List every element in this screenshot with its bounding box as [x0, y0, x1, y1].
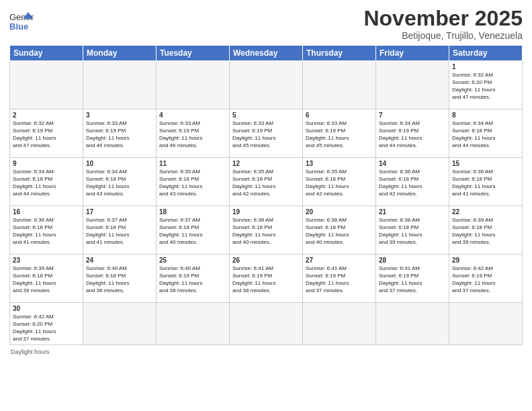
calendar-cell: 12Sunrise: 6:35 AM Sunset: 6:18 PM Dayli…	[230, 158, 303, 206]
day-info: Sunrise: 6:39 AM Sunset: 6:18 PM Dayligh…	[452, 217, 519, 246]
calendar-cell: 24Sunrise: 6:40 AM Sunset: 6:18 PM Dayli…	[83, 255, 157, 303]
calendar-week-row: 30Sunrise: 6:42 AM Sunset: 6:20 PM Dayli…	[10, 303, 523, 345]
svg-text:Blue: Blue	[9, 21, 28, 32]
logo: General Blue	[9, 9, 34, 34]
calendar-cell: 22Sunrise: 6:39 AM Sunset: 6:18 PM Dayli…	[449, 206, 523, 255]
calendar-cell	[10, 61, 83, 109]
calendar-cell: 30Sunrise: 6:42 AM Sunset: 6:20 PM Dayli…	[10, 303, 83, 345]
calendar-cell	[230, 61, 303, 109]
day-info: Sunrise: 6:35 AM Sunset: 6:18 PM Dayligh…	[232, 169, 300, 197]
day-info: Sunrise: 6:42 AM Sunset: 6:19 PM Dayligh…	[452, 265, 519, 294]
weekday-header-thursday: Thursday	[303, 46, 376, 61]
calendar-week-row: 9Sunrise: 6:34 AM Sunset: 6:18 PM Daylig…	[10, 158, 523, 206]
title-block: November 2025 Betijoque, Trujillo, Venez…	[363, 7, 523, 41]
calendar-cell: 17Sunrise: 6:37 AM Sunset: 6:18 PM Dayli…	[83, 206, 157, 255]
day-number: 23	[13, 257, 80, 264]
day-number: 9	[13, 160, 80, 167]
calendar-cell	[157, 61, 230, 109]
day-info: Sunrise: 6:36 AM Sunset: 6:18 PM Dayligh…	[379, 169, 446, 197]
calendar-cell: 8Sunrise: 6:34 AM Sunset: 6:18 PM Daylig…	[449, 109, 523, 158]
logo-icon: General Blue	[9, 9, 34, 34]
day-info: Sunrise: 6:34 AM Sunset: 6:18 PM Dayligh…	[452, 120, 519, 149]
calendar-cell	[83, 303, 157, 345]
day-info: Sunrise: 6:38 AM Sunset: 6:18 PM Dayligh…	[232, 217, 300, 246]
page-container: General Blue November 2025 Betijoque, Tr…	[0, 0, 532, 359]
weekday-header-wednesday: Wednesday	[230, 46, 303, 61]
day-info: Sunrise: 6:41 AM Sunset: 6:19 PM Dayligh…	[232, 265, 300, 294]
daylight-label: Daylight hours	[11, 349, 50, 355]
day-info: Sunrise: 6:42 AM Sunset: 6:20 PM Dayligh…	[13, 314, 80, 342]
calendar-cell: 15Sunrise: 6:36 AM Sunset: 6:18 PM Dayli…	[449, 158, 523, 206]
day-number: 2	[13, 111, 80, 119]
calendar-cell: 16Sunrise: 6:36 AM Sunset: 6:18 PM Dayli…	[10, 206, 83, 255]
weekday-header-tuesday: Tuesday	[157, 46, 230, 61]
day-info: Sunrise: 6:35 AM Sunset: 6:18 PM Dayligh…	[159, 169, 226, 197]
day-info: Sunrise: 6:39 AM Sunset: 6:18 PM Dayligh…	[13, 265, 80, 294]
day-number: 21	[379, 208, 446, 216]
calendar-cell: 2Sunrise: 6:32 AM Sunset: 6:19 PM Daylig…	[10, 109, 83, 158]
day-info: Sunrise: 6:33 AM Sunset: 6:19 PM Dayligh…	[159, 120, 226, 149]
calendar-cell: 21Sunrise: 6:38 AM Sunset: 6:18 PM Dayli…	[376, 206, 449, 255]
day-number: 18	[159, 208, 226, 216]
day-info: Sunrise: 6:36 AM Sunset: 6:18 PM Dayligh…	[452, 169, 519, 197]
calendar-cell: 18Sunrise: 6:37 AM Sunset: 6:18 PM Dayli…	[157, 206, 230, 255]
day-info: Sunrise: 6:34 AM Sunset: 6:19 PM Dayligh…	[379, 120, 446, 149]
day-number: 26	[232, 257, 300, 264]
day-number: 7	[379, 111, 446, 119]
calendar-cell: 3Sunrise: 6:33 AM Sunset: 6:19 PM Daylig…	[83, 109, 157, 158]
calendar-cell: 1Sunrise: 6:32 AM Sunset: 6:20 PM Daylig…	[449, 61, 523, 109]
calendar-cell: 23Sunrise: 6:39 AM Sunset: 6:18 PM Dayli…	[10, 255, 83, 303]
day-info: Sunrise: 6:41 AM Sunset: 6:19 PM Dayligh…	[379, 265, 446, 294]
calendar-week-row: 23Sunrise: 6:39 AM Sunset: 6:18 PM Dayli…	[10, 255, 523, 303]
day-info: Sunrise: 6:34 AM Sunset: 6:18 PM Dayligh…	[13, 169, 80, 197]
day-info: Sunrise: 6:33 AM Sunset: 6:19 PM Dayligh…	[86, 120, 153, 149]
calendar-cell: 7Sunrise: 6:34 AM Sunset: 6:19 PM Daylig…	[376, 109, 449, 158]
calendar-week-row: 16Sunrise: 6:36 AM Sunset: 6:18 PM Dayli…	[10, 206, 523, 255]
day-number: 6	[306, 111, 373, 119]
calendar-cell: 13Sunrise: 6:35 AM Sunset: 6:18 PM Dayli…	[303, 158, 376, 206]
day-info: Sunrise: 6:41 AM Sunset: 6:19 PM Dayligh…	[306, 265, 373, 294]
day-number: 1	[452, 63, 519, 71]
calendar-cell	[376, 61, 449, 109]
day-number: 30	[13, 305, 80, 312]
weekday-header-monday: Monday	[83, 46, 157, 61]
day-info: Sunrise: 6:35 AM Sunset: 6:18 PM Dayligh…	[306, 169, 373, 197]
day-info: Sunrise: 6:38 AM Sunset: 6:18 PM Dayligh…	[306, 217, 373, 246]
day-number: 19	[232, 208, 300, 216]
day-info: Sunrise: 6:34 AM Sunset: 6:18 PM Dayligh…	[86, 169, 153, 197]
day-number: 24	[86, 257, 153, 264]
calendar-cell: 26Sunrise: 6:41 AM Sunset: 6:19 PM Dayli…	[230, 255, 303, 303]
weekday-header-saturday: Saturday	[449, 46, 523, 61]
calendar-cell: 6Sunrise: 6:33 AM Sunset: 6:19 PM Daylig…	[303, 109, 376, 158]
day-number: 4	[159, 111, 226, 119]
calendar-cell	[303, 303, 376, 345]
calendar-week-row: 1Sunrise: 6:32 AM Sunset: 6:20 PM Daylig…	[10, 61, 523, 109]
day-number: 25	[159, 257, 226, 264]
day-number: 15	[452, 160, 519, 167]
calendar-cell	[449, 303, 523, 345]
calendar-cell: 29Sunrise: 6:42 AM Sunset: 6:19 PM Dayli…	[449, 255, 523, 303]
day-number: 27	[306, 257, 373, 264]
calendar-cell: 27Sunrise: 6:41 AM Sunset: 6:19 PM Dayli…	[303, 255, 376, 303]
header: General Blue November 2025 Betijoque, Tr…	[9, 7, 523, 41]
weekday-header-friday: Friday	[376, 46, 449, 61]
day-number: 22	[452, 208, 519, 216]
weekday-header-sunday: Sunday	[10, 46, 83, 61]
calendar-cell: 5Sunrise: 6:33 AM Sunset: 6:19 PM Daylig…	[230, 109, 303, 158]
day-info: Sunrise: 6:33 AM Sunset: 6:19 PM Dayligh…	[232, 120, 300, 149]
month-title: November 2025	[363, 7, 523, 30]
day-info: Sunrise: 6:32 AM Sunset: 6:20 PM Dayligh…	[452, 72, 519, 101]
footer: Daylight hours	[9, 349, 523, 355]
day-info: Sunrise: 6:37 AM Sunset: 6:18 PM Dayligh…	[86, 217, 153, 246]
calendar-cell: 28Sunrise: 6:41 AM Sunset: 6:19 PM Dayli…	[376, 255, 449, 303]
day-info: Sunrise: 6:33 AM Sunset: 6:19 PM Dayligh…	[306, 120, 373, 149]
calendar-cell	[83, 61, 157, 109]
day-info: Sunrise: 6:36 AM Sunset: 6:18 PM Dayligh…	[13, 217, 80, 246]
day-number: 5	[232, 111, 300, 119]
calendar-table: SundayMondayTuesdayWednesdayThursdayFrid…	[9, 45, 523, 345]
location-subtitle: Betijoque, Trujillo, Venezuela	[363, 30, 523, 41]
day-info: Sunrise: 6:38 AM Sunset: 6:18 PM Dayligh…	[379, 217, 446, 246]
calendar-cell: 9Sunrise: 6:34 AM Sunset: 6:18 PM Daylig…	[10, 158, 83, 206]
day-info: Sunrise: 6:40 AM Sunset: 6:18 PM Dayligh…	[86, 265, 153, 294]
calendar-cell	[376, 303, 449, 345]
